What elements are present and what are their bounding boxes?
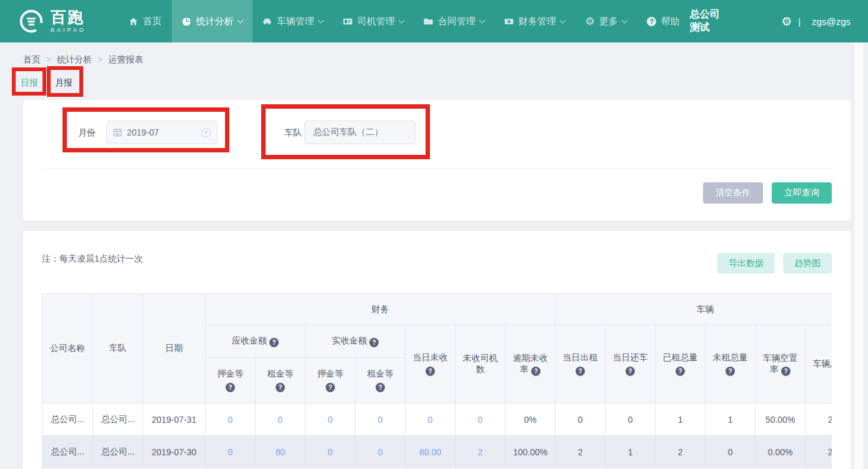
value-cell[interactable]: 0 [306,436,356,468]
help-icon[interactable]: ? [531,367,541,376]
nav-item-wallet[interactable]: 财务管理 [494,0,575,42]
settings-gear-icon[interactable]: ⚙ [781,14,792,29]
column-header: 未收司机数 [456,325,506,403]
column-header: 车队 [93,294,143,403]
nav-item-home[interactable]: 首页 [119,0,172,42]
breadcrumb-separator: > [46,54,51,64]
table-row: 总公司...总公司...2019-07-300800080.002100.00%… [42,436,832,468]
pie-chart-icon [182,16,192,26]
help-icon[interactable]: ? [426,367,435,376]
report-table-viewport[interactable]: 公司名称车队日期财务车辆应收金额?实收金额?当日未收?未收司机数逾期未收率?当日… [42,294,832,469]
value-cell[interactable]: 80 [256,436,306,468]
value-cell: 0 [606,403,656,436]
query-button[interactable]: 立即查询 [772,182,832,204]
help-icon[interactable]: ? [726,367,735,376]
column-header: 实收金额? [306,325,406,358]
value-cell[interactable]: 80.00 [406,436,456,468]
help-icon[interactable]: ? [269,338,279,347]
value-cell[interactable]: 0 [456,403,506,436]
column-header: 已租总量? [656,325,706,403]
brand-logo[interactable]: 百跑 BAIPAO [17,7,86,35]
breadcrumb-item[interactable]: 统计分析 [57,54,92,64]
month-picker-input[interactable]: 2019-07 ✕ [106,121,217,144]
top-navbar: 百跑 BAIPAO 首页统计分析车辆管理司机管理合同管理财务管理⚙更多?帮助 总… [0,0,868,42]
nav-item-label: 更多 [599,16,618,27]
breadcrumb-separator: > [97,54,102,64]
value-cell: 0 [706,436,756,468]
chevron-down-icon [398,17,404,23]
trend-chart-button[interactable]: 趋势图 [783,253,832,274]
report-tabs: 日报月报 [21,76,72,90]
column-header: 逾期未收率? [506,325,556,403]
id-card-icon [343,16,353,26]
car-icon [262,16,272,26]
column-header: 车辆 [556,294,832,325]
user-account[interactable]: zgs@zgs [812,16,851,27]
nav-item-gear[interactable]: ⚙更多 [575,0,637,42]
help-icon[interactable]: ? [626,367,635,376]
page-scrollbar-track[interactable] [854,42,864,469]
chevron-down-icon [479,17,485,23]
date-cell: 2019-07-31 [143,403,206,436]
fleet-cell: 总公司... [93,436,143,468]
nav-item-folder[interactable]: 合同管理 [414,0,494,42]
value-cell: 1 [606,436,656,468]
help-icon[interactable]: ? [676,367,685,376]
column-header: 财务 [206,294,556,325]
value-cell[interactable]: 0 [256,403,306,436]
stats-note: 注：每天凌晨1点统计一次 [42,254,143,265]
breadcrumb-item[interactable]: 运营报表 [108,54,143,64]
nav-item-id-card[interactable]: 司机管理 [333,0,414,42]
help-icon[interactable]: ? [276,383,285,392]
column-header: 日期 [143,294,206,403]
fleet-value: 总公司车队（二） [313,127,383,138]
value-cell[interactable]: 0 [356,436,406,468]
help-icon[interactable]: ? [326,383,335,392]
chevron-down-icon [317,17,324,23]
value-cell[interactable]: 0 [206,403,256,436]
date-cell: 2019-07-30 [143,436,206,468]
value-cell: 0 [556,403,606,436]
clear-date-icon[interactable]: ✕ [201,128,211,137]
question-icon: ? [647,16,657,26]
fleet-cell: 总公司... [93,403,143,436]
value-cell: 1 [656,403,706,436]
nav-item-question[interactable]: ?帮助 [637,0,690,42]
filter-card: 月份 2019-07 ✕ 车队 总公司车队（二） 清空条件 立即查询 [23,100,851,220]
help-icon[interactable]: ? [376,383,385,392]
column-header: 租金等? [356,358,406,403]
company-name: 总公司测试 [690,8,724,34]
nav-item-pie-chart[interactable]: 统计分析 [172,0,252,42]
help-icon[interactable]: ? [576,367,585,376]
home-icon [129,16,139,26]
help-icon[interactable]: ? [369,338,379,347]
nav-item-label: 司机管理 [357,16,395,27]
value-cell[interactable]: 0 [356,403,406,436]
breadcrumb: 首页>统计分析>运营报表 [23,54,143,66]
company-cell: 总公司... [42,436,93,468]
table-row: 总公司...总公司...2019-07-310000000%001150.00%… [42,403,832,436]
fleet-select-input[interactable]: 总公司车队（二） [304,121,416,144]
nav-item-label: 车辆管理 [277,16,314,27]
nav-item-car[interactable]: 车辆管理 [252,0,333,42]
help-icon[interactable]: ? [781,367,791,376]
value-cell[interactable]: 0 [306,403,356,436]
value-cell: 2 [806,436,832,468]
tab-月报[interactable]: 月报 [55,76,72,90]
tab-日报[interactable]: 日报 [21,76,38,90]
chevron-down-icon [559,17,566,23]
divider: | [798,16,801,27]
value-cell: 2 [656,436,706,468]
value-cell[interactable]: 2 [456,436,506,468]
help-icon[interactable]: ? [226,383,235,392]
chevron-down-icon [621,17,627,23]
value-cell[interactable]: 0 [406,403,456,436]
baipao-logo-icon [17,7,45,35]
value-cell[interactable]: 0 [206,436,256,468]
export-data-button[interactable]: 导出数据 [717,253,775,274]
chevron-down-icon [237,17,243,23]
nav-item-label: 合同管理 [438,16,476,27]
breadcrumb-item[interactable]: 首页 [23,54,41,64]
value-cell: 1 [706,403,756,436]
clear-filters-button[interactable]: 清空条件 [703,182,763,204]
